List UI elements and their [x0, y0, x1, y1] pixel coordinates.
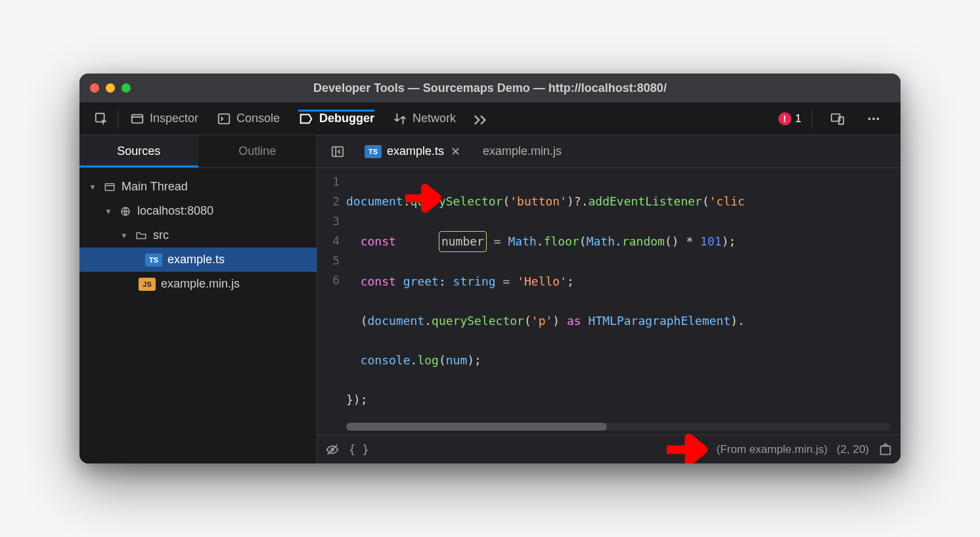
line-number: 1 — [317, 172, 340, 192]
picker-icon — [94, 112, 108, 126]
t: 'Hello' — [517, 274, 567, 288]
tree-host-label: localhost:8080 — [137, 204, 213, 218]
tree-main-thread[interactable]: ▼ Main Thread — [79, 175, 317, 199]
editor-tabs: TS example.ts ✕ example.min.js — [317, 135, 901, 168]
t: . — [403, 194, 411, 208]
sidebar-tab-outline[interactable]: Outline — [198, 135, 317, 167]
devtools-window: Developer Tools — Sourcemaps Demo — http… — [79, 74, 901, 463]
tab-inspector-label: Inspector — [150, 112, 198, 125]
editor-footer: { } (From example.min.js) (2, 20) — [317, 435, 901, 463]
cursor-position: (2, 20) — [837, 443, 869, 456]
t: . — [537, 234, 544, 248]
tree-host[interactable]: ▼ localhost:8080 — [79, 199, 317, 223]
tab-inspector[interactable]: Inspector — [121, 112, 208, 126]
tab-network-label: Network — [412, 112, 456, 125]
t: ( — [579, 234, 587, 248]
error-icon: ! — [778, 112, 791, 125]
ts-file-icon: TS — [365, 145, 382, 158]
element-picker-button[interactable] — [87, 112, 115, 126]
line-number: 5 — [317, 251, 340, 270]
code-area[interactable]: 1 2 3 4 5 6 document.querySelector('butt… — [317, 168, 901, 435]
svg-point-6 — [868, 117, 871, 119]
close-tab-button[interactable]: ✕ — [449, 144, 462, 159]
t: ( — [439, 353, 446, 367]
t: const — [361, 274, 396, 288]
tab-network[interactable]: Network — [384, 112, 465, 126]
t: ). — [730, 314, 745, 328]
panel-collapse-icon — [330, 144, 345, 159]
meatballs-icon — [866, 112, 881, 126]
t: random — [622, 234, 665, 248]
kebab-menu-button[interactable] — [860, 112, 887, 126]
tree-folder-src[interactable]: ▼ src — [79, 223, 317, 247]
svg-rect-9 — [105, 183, 114, 190]
tab-console[interactable]: Console — [208, 112, 289, 126]
t: = — [496, 274, 518, 288]
tab-debugger[interactable]: Debugger — [289, 112, 384, 126]
window-icon — [103, 181, 116, 193]
ts-file-icon: TS — [145, 253, 162, 267]
eye-off-icon — [325, 442, 340, 457]
blackbox-button[interactable] — [325, 442, 340, 457]
console-icon — [217, 112, 231, 126]
debugger-icon — [298, 112, 314, 126]
t: HTMLParagraphElement — [581, 314, 731, 328]
sidebar-tabs: Sources Outline — [79, 135, 317, 168]
sourcemap-origin: (From example.min.js) — [717, 443, 828, 456]
editor-area: TS example.ts ✕ example.min.js 1 2 3 4 5… — [317, 135, 901, 463]
main-body: Sources Outline ▼ Main Thread ▼ localhos… — [79, 135, 901, 463]
t: : — [439, 274, 453, 288]
responsive-mode-button[interactable] — [823, 112, 852, 126]
editor-tab-example-ts[interactable]: TS example.ts ✕ — [357, 140, 470, 163]
t: const — [361, 234, 396, 248]
t: Math — [508, 234, 536, 248]
sidebar-tab-sources[interactable]: Sources — [79, 135, 198, 167]
t: () * — [665, 234, 700, 248]
scrollbar-thumb[interactable] — [346, 423, 607, 431]
sidebar-tab-sources-label: Sources — [117, 144, 160, 158]
annotation-arrow-icon — [664, 434, 707, 464]
divider — [812, 109, 813, 129]
chevron-down-icon: ▼ — [120, 231, 129, 240]
horizontal-scrollbar[interactable] — [346, 423, 890, 431]
t: 101 — [700, 234, 722, 248]
editor-tab-js-label: example.min.js — [483, 144, 562, 158]
errors-button[interactable]: ! 1 — [778, 112, 801, 125]
code-content[interactable]: document.querySelector('button')?.addEve… — [346, 168, 901, 435]
toggle-sidebar-button[interactable] — [324, 144, 351, 159]
chevron-down-icon: ▼ — [104, 207, 114, 216]
maximize-window-button[interactable] — [122, 83, 131, 93]
t: greet — [396, 274, 439, 288]
t: log — [417, 353, 439, 367]
t: string — [453, 274, 496, 288]
t: ); — [467, 353, 481, 367]
minimize-window-button[interactable] — [106, 83, 115, 93]
chevron-down-icon: ▼ — [89, 183, 98, 192]
svg-rect-16 — [881, 446, 891, 454]
editor-tab-example-min-js[interactable]: example.min.js — [475, 140, 569, 162]
map-scopes-button[interactable] — [878, 442, 893, 457]
tree-file-ts-label: example.ts — [167, 253, 225, 267]
more-tabs-button[interactable] — [465, 112, 497, 126]
tab-console-label: Console — [236, 112, 280, 125]
editor-tab-ts-label: example.ts — [387, 144, 444, 158]
t: ( — [361, 314, 368, 328]
toolbar-right: ! 1 — [778, 102, 894, 135]
t: )?. — [567, 194, 589, 208]
tree-file-example-min-js[interactable]: JS example.min.js — [79, 272, 317, 296]
t: Math — [587, 234, 615, 248]
pretty-print-button[interactable]: { } — [349, 443, 369, 456]
close-window-button[interactable] — [90, 83, 99, 93]
t: }); — [346, 393, 368, 406]
t: ; — [567, 274, 574, 288]
t: . — [424, 314, 432, 328]
t: querySelector — [432, 314, 524, 328]
t: 'button' — [510, 194, 567, 208]
tree-folder-label: src — [153, 228, 169, 242]
highlighted-token: number — [439, 231, 487, 252]
t: ) — [552, 314, 567, 328]
svg-rect-3 — [219, 114, 230, 123]
globe-icon — [119, 205, 132, 217]
svg-rect-1 — [132, 114, 143, 123]
tree-file-example-ts[interactable]: TS example.ts — [79, 247, 317, 272]
